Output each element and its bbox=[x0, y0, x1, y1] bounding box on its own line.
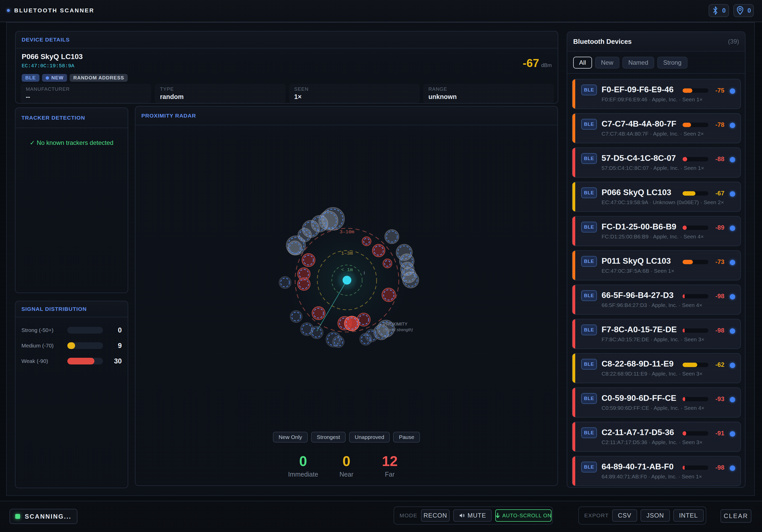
svg-text:3–10m: 3–10m bbox=[340, 229, 354, 235]
svg-text:1–3m: 1–3m bbox=[341, 250, 353, 256]
svg-text:< 1m: < 1m bbox=[341, 267, 353, 273]
svg-text:PROXIMITY: PROXIMITY bbox=[383, 322, 408, 327]
svg-text:(signal strength): (signal strength) bbox=[383, 328, 413, 332]
